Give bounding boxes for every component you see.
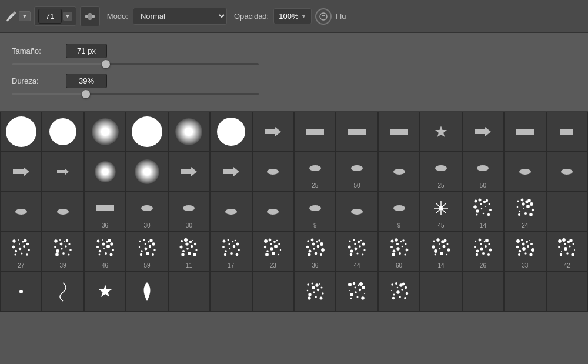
brush-cell[interactable] [504, 152, 546, 192]
brush-cell[interactable] [378, 152, 420, 192]
svg-point-132 [187, 248, 189, 250]
brush-cell[interactable]: 9 [378, 192, 420, 232]
brush-cell[interactable] [378, 272, 420, 312]
brush-cell[interactable] [210, 192, 252, 232]
brush-cell[interactable]: 50 [462, 152, 504, 192]
brush-cell[interactable] [294, 272, 336, 312]
brush-cell[interactable] [336, 272, 377, 312]
brush-cell[interactable] [42, 112, 83, 152]
svg-point-76 [18, 247, 21, 250]
brush-cell[interactable]: 33 [504, 232, 546, 272]
brush-cell[interactable] [252, 192, 294, 232]
svg-marker-13 [181, 167, 197, 176]
brush-cell[interactable] [546, 152, 588, 192]
brush-cell[interactable]: 14 [420, 232, 462, 272]
svg-point-175 [316, 245, 319, 248]
brush-cell[interactable]: 50 [336, 152, 377, 192]
brush-cell[interactable] [210, 152, 252, 192]
brush-cell[interactable]: 36 [294, 232, 336, 272]
brush-cell[interactable] [252, 272, 294, 312]
flow-icon-button[interactable] [315, 8, 332, 25]
brush-cell[interactable]: 14 [462, 192, 504, 232]
brush-cell[interactable]: 25 [294, 152, 336, 192]
brush-cell[interactable] [462, 272, 504, 312]
svg-point-203 [401, 245, 403, 247]
brush-cell[interactable] [546, 112, 588, 152]
brush-cell[interactable] [84, 152, 126, 192]
brush-cell[interactable] [126, 272, 168, 312]
brush-cell[interactable]: 24 [504, 192, 546, 232]
brush-cell[interactable]: 39 [42, 232, 83, 272]
brush-cell[interactable] [210, 272, 252, 312]
brush-cell[interactable] [420, 272, 462, 312]
brush-cell[interactable] [126, 112, 168, 152]
brush-cell[interactable] [84, 272, 126, 312]
brush-cell[interactable]: 42 [546, 232, 588, 272]
brush-cell[interactable] [168, 152, 210, 192]
svg-point-62 [523, 208, 524, 209]
brush-cell[interactable]: 27 [0, 232, 42, 272]
brush-cell[interactable] [42, 272, 83, 312]
brush-cell[interactable] [420, 112, 462, 152]
brush-size-dropdown[interactable]: ▼ [63, 12, 72, 21]
brush-preview [2, 155, 40, 189]
brush-preview [296, 195, 334, 221]
brush-cell[interactable]: 9 [294, 192, 336, 232]
mode-select[interactable]: NormalDisolverOscurecerMultiplicarAclara… [133, 8, 227, 25]
brush-cell[interactable] [546, 192, 588, 232]
brush-cell[interactable] [84, 112, 126, 152]
brush-cell[interactable] [252, 112, 294, 152]
brush-cell[interactable] [210, 112, 252, 152]
svg-point-92 [69, 249, 72, 251]
brush-cell[interactable] [546, 272, 588, 312]
brush-cell[interactable] [294, 112, 336, 152]
brush-cell[interactable]: 44 [336, 232, 377, 272]
brush-cell[interactable] [336, 112, 377, 152]
brush-cell[interactable] [504, 112, 546, 152]
svg-point-59 [530, 202, 533, 206]
svg-point-207 [404, 253, 406, 255]
svg-point-141 [227, 239, 229, 241]
svg-point-171 [320, 242, 323, 246]
brush-cell[interactable]: 45 [420, 192, 462, 232]
brush-preview [170, 195, 208, 221]
opacity-dropdown[interactable]: ▼ [300, 13, 306, 19]
brush-cell[interactable]: 23 [252, 232, 294, 272]
svg-point-188 [355, 247, 358, 250]
brush-cell[interactable]: 30 [168, 192, 210, 232]
brush-cell[interactable] [0, 192, 42, 232]
brush-cell[interactable] [504, 272, 546, 312]
brush-cell[interactable] [168, 272, 210, 312]
brush-cell[interactable]: 60 [378, 232, 420, 272]
hardness-slider-track[interactable] [12, 93, 259, 95]
size-slider-thumb[interactable] [102, 60, 110, 68]
svg-point-93 [55, 253, 59, 256]
hardness-slider-thumb[interactable] [82, 90, 90, 98]
brush-cell[interactable] [42, 192, 83, 232]
brush-cell[interactable]: 36 [84, 192, 126, 232]
brush-cell[interactable] [252, 152, 294, 192]
brush-cell[interactable]: 11 [168, 232, 210, 272]
brush-cell[interactable]: 59 [126, 232, 168, 272]
brush-cell[interactable] [378, 112, 420, 152]
brush-cell[interactable]: 46 [84, 232, 126, 272]
brush-cell[interactable] [462, 112, 504, 152]
brush-cell[interactable] [168, 112, 210, 152]
hardness-value[interactable]: 39% [66, 74, 107, 88]
size-value[interactable]: 71 px [66, 44, 107, 58]
brush-number: 25 [312, 182, 318, 189]
svg-point-127 [184, 238, 188, 242]
brush-tool-dropdown[interactable]: ▼ [19, 11, 31, 21]
brush-cell[interactable]: 26 [462, 232, 504, 272]
brush-cell[interactable] [0, 152, 42, 192]
brush-cell[interactable] [336, 192, 377, 232]
brush-cell[interactable] [0, 112, 42, 152]
brush-cell[interactable]: 30 [126, 192, 168, 232]
brush-cell[interactable] [126, 152, 168, 192]
brush-cell[interactable]: 25 [420, 152, 462, 192]
brush-cell[interactable]: 17 [210, 232, 252, 272]
brush-cell[interactable] [42, 152, 83, 192]
size-slider-track[interactable] [12, 63, 259, 65]
brush-cell[interactable] [0, 272, 42, 312]
pressure-tool-button[interactable] [80, 6, 100, 26]
